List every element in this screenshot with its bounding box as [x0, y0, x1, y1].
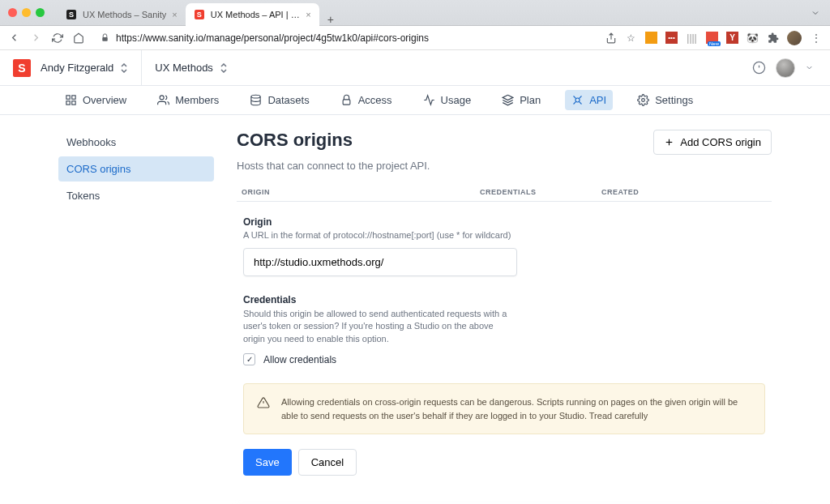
- browser-actions: ☆ ••• |||| New Y 🐼 ⋮: [605, 31, 822, 45]
- page-subtitle: Hosts that can connect to the project AP…: [237, 160, 772, 172]
- svg-rect-0: [102, 37, 107, 41]
- user-avatar[interactable]: [776, 58, 795, 78]
- url-text: https://www.sanity.io/manage/personal/pr…: [116, 32, 429, 44]
- members-icon: [157, 94, 169, 106]
- browser-tab-1[interactable]: S UX Methods – Sanity ×: [58, 3, 186, 26]
- column-credentials: CREDENTIALS: [480, 188, 601, 196]
- table-header: ORIGIN CREDENTIALS CREATED: [237, 183, 772, 202]
- bookmark-star-icon[interactable]: ☆: [625, 32, 637, 44]
- back-button[interactable]: [8, 32, 20, 44]
- home-button[interactable]: [73, 32, 84, 44]
- svg-point-11: [575, 98, 580, 102]
- zoom-window[interactable]: [36, 8, 45, 17]
- page-title: CORS origins: [237, 130, 353, 151]
- extension-icon[interactable]: •••: [665, 32, 678, 44]
- sidebar-item-webhooks[interactable]: Webhooks: [58, 130, 214, 155]
- svg-rect-4: [66, 96, 70, 99]
- svg-rect-5: [72, 96, 75, 99]
- org-name: Andy Fitzgerald: [41, 62, 113, 74]
- lock-icon: [101, 33, 109, 42]
- save-button[interactable]: Save: [243, 449, 292, 476]
- project-name: UX Methods: [155, 62, 213, 74]
- extension-icon[interactable]: Y: [726, 32, 738, 44]
- address-bar[interactable]: https://www.sanity.io/manage/personal/pr…: [94, 29, 595, 47]
- svg-line-14: [574, 101, 576, 104]
- checkmark-icon: ✓: [243, 353, 255, 365]
- tabs-chevron-icon[interactable]: [811, 8, 830, 18]
- tab-plan[interactable]: Plan: [495, 90, 547, 110]
- app-header: S Andy Fitzgerald UX Methods: [0, 50, 830, 86]
- window-controls: [8, 8, 45, 17]
- origin-label: Origin: [243, 216, 765, 228]
- minimize-window[interactable]: [22, 8, 31, 17]
- favicon-icon: S: [66, 9, 77, 20]
- add-cors-origin-button[interactable]: Add CORS origin: [653, 130, 772, 155]
- browser-tab-2[interactable]: S UX Methods – API | Sanity.io ×: [186, 3, 319, 26]
- api-sidebar: Webhooks CORS origins Tokens: [58, 130, 214, 504]
- favicon-icon: S: [194, 9, 205, 20]
- svg-point-16: [642, 99, 645, 102]
- tab-members[interactable]: Members: [151, 90, 225, 110]
- sanity-logo[interactable]: S: [13, 59, 31, 77]
- close-tab-icon[interactable]: ×: [306, 10, 310, 19]
- kebab-menu-icon[interactable]: ⋮: [810, 32, 822, 44]
- svg-line-15: [580, 101, 582, 104]
- help-icon[interactable]: [752, 61, 766, 75]
- project-nav: Overview Members Datasets Access Usage P…: [0, 86, 830, 115]
- extension-icon[interactable]: [645, 32, 657, 44]
- tab-access[interactable]: Access: [334, 90, 399, 110]
- credentials-hint: Should this origin be allowed to send au…: [243, 308, 511, 345]
- origin-hint: A URL in the format of protocol://hostna…: [243, 230, 765, 240]
- browser-toolbar: https://www.sanity.io/manage/personal/pr…: [0, 26, 830, 50]
- tab-datasets[interactable]: Datasets: [243, 90, 315, 110]
- svg-point-9: [251, 95, 260, 98]
- allow-credentials-checkbox[interactable]: ✓ Allow credentials: [243, 353, 765, 365]
- warning-text: Allowing credentials on cross-origin req…: [281, 395, 751, 422]
- cancel-button[interactable]: Cancel: [298, 449, 357, 476]
- usage-icon: [423, 94, 435, 106]
- browser-tab-strip: S UX Methods – Sanity × S UX Methods – A…: [0, 0, 830, 26]
- reload-button[interactable]: [52, 32, 63, 44]
- svg-line-12: [574, 96, 576, 99]
- svg-line-13: [580, 96, 582, 99]
- plan-icon: [502, 94, 514, 106]
- project-selector[interactable]: UX Methods: [155, 62, 228, 74]
- api-icon: [571, 94, 584, 106]
- tab-settings[interactable]: Settings: [631, 90, 700, 110]
- chevron-down-icon[interactable]: [805, 63, 814, 72]
- profile-avatar[interactable]: [787, 31, 802, 45]
- credentials-warning: Allowing credentials on cross-origin req…: [243, 383, 765, 434]
- extension-icon[interactable]: ||||: [686, 32, 698, 44]
- origin-input[interactable]: [243, 248, 517, 276]
- sidebar-item-cors[interactable]: CORS origins: [58, 156, 214, 182]
- tab-overview[interactable]: Overview: [58, 90, 133, 110]
- svg-point-8: [160, 96, 164, 100]
- datasets-icon: [250, 94, 262, 106]
- overview-icon: [65, 94, 77, 106]
- extension-icon[interactable]: 🐼: [747, 32, 759, 44]
- org-selector[interactable]: Andy Fitzgerald: [41, 62, 128, 74]
- forward-button[interactable]: [30, 32, 42, 44]
- close-window[interactable]: [8, 8, 17, 17]
- share-icon[interactable]: [605, 32, 617, 44]
- warning-icon: [257, 396, 270, 422]
- new-tab-button[interactable]: +: [319, 13, 342, 26]
- tab-title: UX Methods – API | Sanity.io: [211, 10, 301, 19]
- chevron-updown-icon: [220, 63, 228, 73]
- column-created: CREATED: [601, 188, 767, 196]
- close-tab-icon[interactable]: ×: [172, 10, 177, 19]
- chevron-updown-icon: [120, 63, 128, 73]
- tab-usage[interactable]: Usage: [417, 90, 478, 110]
- column-origin: ORIGIN: [242, 188, 480, 196]
- extensions-menu-icon[interactable]: [767, 32, 779, 44]
- svg-rect-6: [66, 101, 70, 105]
- extension-icon[interactable]: New: [706, 32, 718, 44]
- svg-rect-10: [343, 100, 350, 105]
- settings-icon: [637, 94, 649, 106]
- plus-icon: [664, 137, 674, 147]
- add-origin-form: Origin A URL in the format of protocol:/…: [237, 202, 772, 504]
- tab-api[interactable]: API: [565, 90, 613, 110]
- svg-rect-7: [72, 101, 75, 105]
- access-icon: [340, 94, 353, 106]
- sidebar-item-tokens[interactable]: Tokens: [58, 183, 214, 208]
